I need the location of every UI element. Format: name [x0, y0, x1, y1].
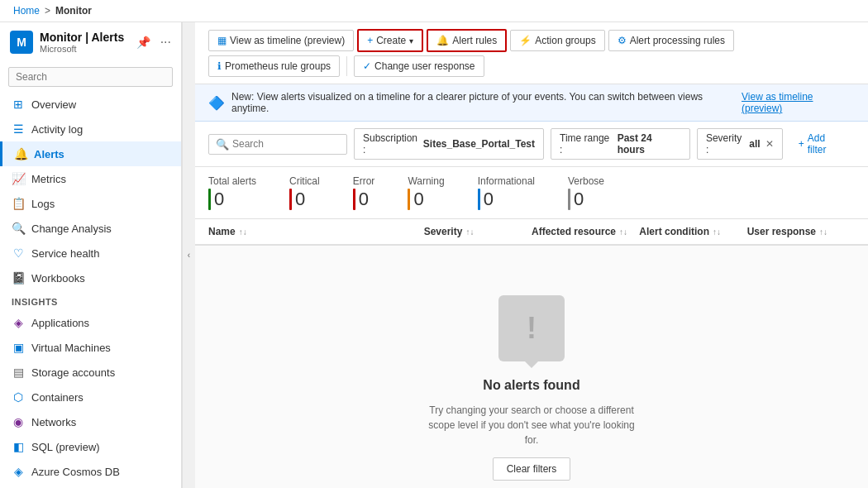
sidebar-item-activity-log[interactable]: ☰ Activity log — [0, 117, 181, 141]
notice-bar: 🔷 New: View alerts visualized on a timel… — [195, 84, 868, 122]
sidebar-item-label-change-analysis: Change Analysis — [31, 222, 112, 235]
sidebar-item-label-overview: Overview — [31, 98, 76, 111]
sidebar-item-applications[interactable]: ◈ Applications — [0, 310, 181, 335]
informational-counter[interactable]: Informational 0 — [478, 175, 535, 210]
sidebar-title: Monitor | Alerts — [40, 31, 124, 44]
toolbar-divider — [346, 56, 347, 76]
column-alert-condition[interactable]: Alert condition ↑↓ — [639, 226, 746, 237]
error-bar — [353, 189, 355, 210]
create-label: Create — [376, 35, 406, 46]
clear-filters-button[interactable]: Clear filters — [493, 457, 571, 481]
change-analysis-icon: 🔍 — [12, 222, 25, 235]
sidebar-item-workbooks[interactable]: 📓 Workbooks — [0, 266, 181, 290]
sidebar-search-input[interactable] — [8, 67, 173, 87]
subscription-filter-chip[interactable]: Subscription : Sites_Base_Portal_Test — [354, 128, 544, 160]
change-user-response-button[interactable]: ✓ Change user response — [354, 55, 484, 77]
insights-section-label: Insights — [0, 290, 181, 310]
empty-state-title: No alerts found — [483, 378, 579, 393]
column-severity[interactable]: Severity ↑↓ — [424, 226, 532, 237]
warning-counter[interactable]: Warning 0 — [408, 175, 444, 210]
sidebar-item-azure-cosmos-db[interactable]: ◈ Azure Cosmos DB — [0, 459, 181, 484]
pin-icon[interactable]: 📌 — [136, 36, 150, 49]
alert-processing-icon: ⚙ — [618, 35, 627, 46]
add-filter-button[interactable]: + Add filter — [789, 128, 855, 160]
sidebar-item-label-activity-log: Activity log — [31, 123, 83, 136]
more-icon[interactable]: ··· — [160, 35, 171, 50]
filter-search-input[interactable] — [232, 138, 340, 150]
sidebar-item-change-analysis[interactable]: 🔍 Change Analysis — [0, 216, 181, 241]
column-affected-resource-label: Affected resource — [532, 226, 616, 237]
column-affected-resource[interactable]: Affected resource ↑↓ — [532, 226, 639, 237]
subscription-filter-value: Sites_Base_Portal_Test — [423, 138, 535, 150]
error-counter[interactable]: Error 0 — [353, 175, 375, 210]
error-value: 0 — [359, 189, 369, 210]
column-alert-condition-label: Alert condition — [639, 226, 709, 237]
verbose-counter[interactable]: Verbose 0 — [568, 175, 604, 210]
sidebar-subtitle: Microsoft — [40, 44, 124, 54]
column-name-label: Name — [208, 226, 236, 237]
sort-alert-condition-icon: ↑↓ — [713, 227, 721, 237]
storage-accounts-icon: ▤ — [12, 366, 25, 379]
empty-state-description: Try changing your search or choose a dif… — [424, 403, 639, 447]
logs-icon: 📋 — [12, 197, 25, 210]
informational-bar — [478, 189, 480, 210]
create-button[interactable]: + Create ▾ — [357, 29, 423, 52]
sidebar-item-overview[interactable]: ⊞ Overview — [0, 92, 181, 117]
notice-link[interactable]: View as timeline (preview) — [742, 91, 855, 114]
activity-log-icon: ☰ — [12, 122, 25, 136]
action-groups-button[interactable]: ⚡ Action groups — [510, 30, 604, 51]
critical-label: Critical — [289, 175, 320, 187]
alerts-icon: 🔔 — [14, 147, 27, 160]
sidebar-item-storage-accounts[interactable]: ▤ Storage accounts — [0, 360, 181, 385]
virtual-machines-icon: ▣ — [12, 341, 25, 354]
total-alerts-value-group: 0 — [208, 189, 256, 210]
sort-severity-icon: ↑↓ — [465, 227, 474, 237]
severity-filter-chip[interactable]: Severity : all ✕ — [697, 128, 783, 160]
check-icon: ✓ — [363, 60, 371, 72]
alert-processing-rules-button[interactable]: ⚙ Alert processing rules — [608, 30, 734, 51]
warning-label: Warning — [408, 175, 444, 187]
sidebar-item-label-storage-accounts: Storage accounts — [31, 366, 115, 379]
main-content: ▦ View as timeline (preview) + Create ▾ … — [195, 22, 868, 488]
error-value-group: 0 — [353, 189, 375, 210]
total-alerts-label: Total alerts — [208, 175, 256, 187]
empty-state-icon: ! — [498, 295, 565, 361]
create-plus-icon: + — [367, 35, 373, 46]
sidebar-item-alerts[interactable]: 🔔 Alerts — [0, 141, 181, 166]
sidebar-item-label-networks: Networks — [31, 416, 76, 428]
service-health-icon: ♡ — [12, 246, 25, 260]
add-filter-icon: + — [799, 138, 804, 150]
cosmos-db-icon: ◈ — [12, 465, 25, 478]
filter-search-box: 🔍 — [208, 134, 347, 155]
breadcrumb-home[interactable]: Home — [13, 5, 40, 17]
prometheus-rule-groups-label: Prometheus rule groups — [225, 60, 331, 72]
alert-rules-label: Alert rules — [452, 35, 497, 46]
sidebar-item-networks[interactable]: ◉ Networks — [0, 409, 181, 434]
sidebar-item-virtual-machines[interactable]: ▣ Virtual Machines — [0, 335, 181, 360]
containers-icon: ⬡ — [12, 390, 25, 404]
alert-rules-button[interactable]: 🔔 Alert rules — [427, 29, 507, 52]
sidebar-collapse-button[interactable]: ‹ — [182, 22, 195, 488]
sidebar-item-metrics[interactable]: 📈 Metrics — [0, 166, 181, 191]
sidebar-item-service-health[interactable]: ♡ Service health — [0, 241, 181, 266]
verbose-value-group: 0 — [568, 189, 604, 210]
filter-bar: 🔍 Subscription : Sites_Base_Portal_Test … — [195, 122, 868, 167]
informational-label: Informational — [478, 175, 535, 187]
sidebar-item-key-vaults[interactable]: 🔑 Key Vaults — [0, 484, 181, 488]
critical-counter[interactable]: Critical 0 — [289, 175, 320, 210]
prometheus-rule-groups-button[interactable]: ℹ Prometheus rule groups — [208, 55, 340, 77]
column-user-response[interactable]: User response ↑↓ — [747, 226, 855, 237]
time-range-filter-chip[interactable]: Time range : Past 24 hours — [551, 128, 690, 160]
sidebar-item-label-alerts: Alerts — [34, 148, 64, 160]
sidebar-item-sql-preview[interactable]: ◧ SQL (preview) — [0, 434, 181, 459]
exclamation-icon: ! — [527, 311, 537, 346]
severity-filter-close-icon[interactable]: ✕ — [765, 138, 774, 150]
sidebar-item-containers[interactable]: ⬡ Containers — [0, 385, 181, 409]
view-timeline-button[interactable]: ▦ View as timeline (preview) — [208, 30, 354, 51]
breadcrumb: Home > Monitor — [0, 0, 868, 22]
total-alerts-bar — [208, 189, 211, 210]
sidebar-item-logs[interactable]: 📋 Logs — [0, 191, 181, 216]
total-alerts-counter[interactable]: Total alerts 0 — [208, 175, 256, 210]
view-timeline-label: View as timeline (preview) — [230, 35, 345, 46]
column-name[interactable]: Name ↑↓ — [208, 226, 424, 237]
